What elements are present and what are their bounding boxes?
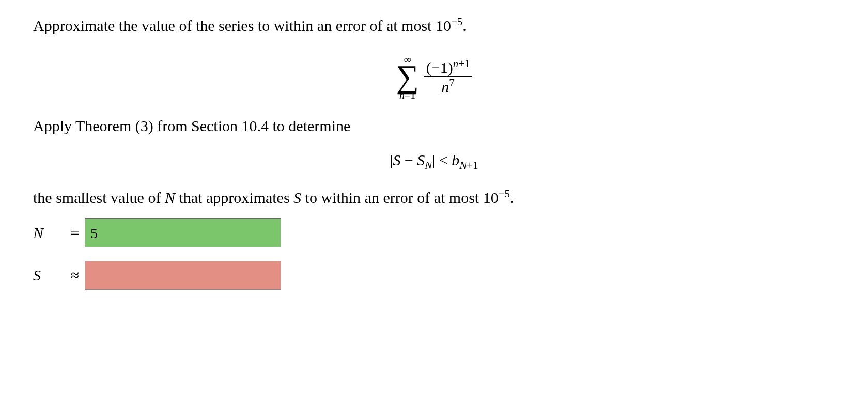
closing-bound: 10−5	[483, 189, 510, 206]
series-expression: ∞ ∑ n=1 (−1)n+1 n7	[33, 46, 835, 101]
fraction-denominator: n7	[424, 77, 472, 95]
fraction-numerator: (−1)n+1	[424, 59, 472, 78]
s-approx: ≈	[65, 264, 85, 287]
s-label: S	[33, 264, 65, 287]
intro-bound: 10−5	[436, 17, 462, 34]
n-label: N	[33, 222, 65, 244]
sigma-icon: ∑	[396, 63, 419, 91]
intro-paragraph: Approximate the value of the series to w…	[33, 14, 835, 37]
closing-paragraph: the smallest value of N that approximate…	[33, 186, 835, 209]
intro-suffix: .	[462, 17, 467, 34]
theorem-paragraph: Apply Theorem (3) from Section 10.4 to d…	[33, 115, 835, 137]
s-answer-input[interactable]	[85, 261, 281, 290]
series-fraction: (−1)n+1 n7	[424, 59, 472, 95]
intro-text: Approximate the value of the series to w…	[33, 17, 436, 34]
answer-row-s: S ≈	[33, 261, 835, 290]
n-answer-input[interactable]: 5	[85, 218, 281, 247]
n-equals: =	[65, 222, 85, 244]
sigma-symbol: ∞ ∑ n=1	[396, 54, 419, 101]
answer-row-n: N = 5	[33, 218, 835, 247]
sum-lower-limit: n=1	[399, 90, 415, 100]
problem-page: Approximate the value of the series to w…	[0, 0, 868, 290]
error-inequality: |S − SN| < bN+1	[33, 149, 835, 171]
